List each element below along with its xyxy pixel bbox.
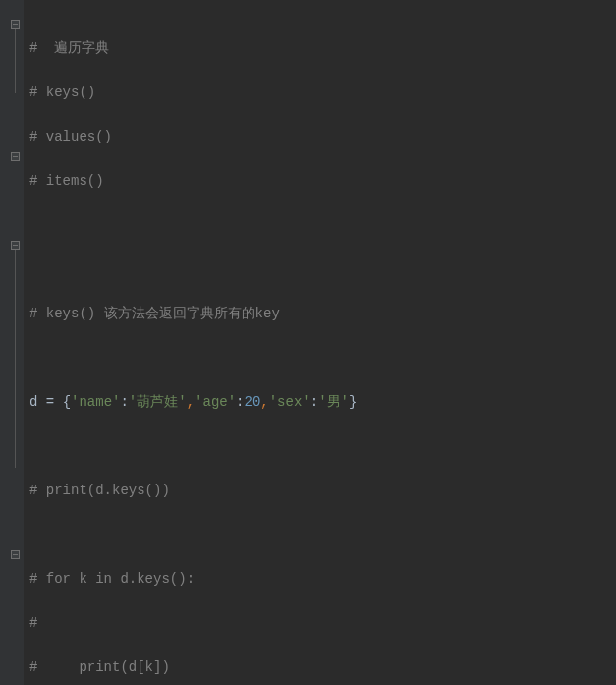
number-literal: 20	[245, 394, 261, 410]
colon: :	[120, 394, 128, 410]
comment-line: # items()	[29, 173, 104, 189]
code-line: d = {'name':'葫芦娃','age':20,'sex':'男'}	[29, 391, 616, 414]
fold-marker-icon[interactable]	[11, 241, 20, 250]
gutter	[0, 0, 24, 685]
string-literal: '男'	[318, 394, 349, 410]
comma: ,	[260, 394, 268, 410]
colon: :	[236, 394, 244, 410]
comment-line: # keys()	[29, 85, 95, 100]
comment-line: #	[29, 615, 37, 631]
string-literal: '葫芦娃'	[129, 394, 187, 410]
colon: :	[310, 394, 318, 410]
blank-line	[29, 258, 616, 281]
comment-line: # 遍历字典	[29, 40, 109, 56]
fold-marker-icon[interactable]	[11, 550, 20, 559]
brace: {	[63, 394, 71, 410]
fold-marker-icon[interactable]	[11, 20, 20, 29]
comment-line: # for k in d.keys():	[29, 571, 195, 587]
comment-line: # print(d[k])	[29, 659, 170, 675]
blank-line	[29, 435, 616, 458]
code-editor: # 遍历字典 # keys() # values() # items() # k…	[0, 0, 616, 685]
operator: =	[37, 394, 62, 410]
code-area[interactable]: # 遍历字典 # keys() # values() # items() # k…	[24, 0, 616, 685]
comma: ,	[187, 394, 195, 410]
comment-line: # values()	[29, 129, 112, 144]
blank-line	[29, 524, 616, 546]
fold-line	[15, 29, 16, 93]
comment-line: # keys() 该方法会返回字典所有的key	[29, 306, 280, 321]
fold-line	[15, 250, 16, 468]
fold-marker-icon[interactable]	[11, 152, 20, 161]
string-literal: 'age'	[195, 394, 236, 410]
brace: }	[349, 394, 357, 410]
string-literal: 'sex'	[269, 394, 310, 410]
string-literal: 'name'	[71, 394, 120, 410]
blank-line	[29, 347, 616, 370]
blank-line	[29, 214, 616, 237]
comment-line: # print(d.keys())	[29, 483, 170, 498]
